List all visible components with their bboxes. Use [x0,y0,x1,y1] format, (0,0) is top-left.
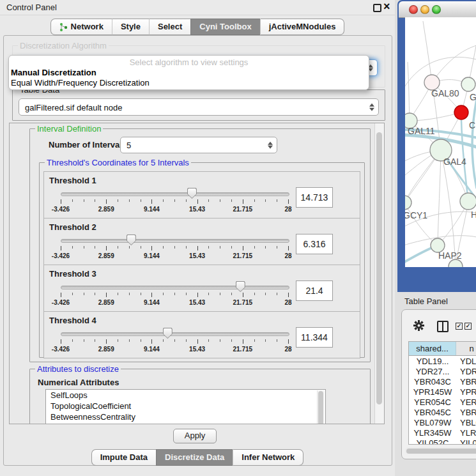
table-row[interactable]: YBL079WYBL0 [409,417,476,427]
slider-tick [186,339,187,342]
close-traffic-light-icon[interactable] [409,5,418,14]
cell-name[interactable]: YBR0 [456,376,476,387]
column-layout-icon[interactable] [437,321,449,332]
cell-name[interactable]: YPR1 [456,387,476,397]
slider-tick-label: 9.144 [144,252,160,259]
network-node-ga[interactable] [461,77,475,91]
slider-handle[interactable] [127,234,136,245]
threshold-row: Threshold 1-3.4262.8599.14415.4321.71528… [43,171,360,219]
slider-handle[interactable] [236,281,245,292]
threshold-value-field[interactable]: 11.344 [296,327,333,348]
scrollbar-thumb[interactable] [376,132,382,404]
algorithm-option-manual-discretization[interactable]: Manual Discretization [11,68,96,77]
slider-tick-label: 28 [284,252,291,259]
cell-shared-name[interactable]: YIL052C [409,438,456,445]
slider-track[interactable] [61,332,289,336]
threshold-label: Threshold 3 [49,269,96,279]
slider-handle[interactable] [187,188,197,199]
threshold-value-field[interactable]: 6.316 [296,234,333,254]
network-canvas[interactable]: GAL80GACGAL11GAL4GCY1HHAP2 [405,17,476,267]
tab-discretize-data[interactable]: Discretize Data [156,449,233,466]
cell-name[interactable]: YBL0 [456,417,476,427]
threshold-row: Threshold 3-3.4262.8599.14415.4321.71528… [43,265,360,312]
cell-name[interactable]: YDR2 [456,366,476,376]
cell-name[interactable]: YER0 [456,397,476,407]
threshold-value-field[interactable]: 14.713 [296,187,333,208]
float-window-icon[interactable] [373,4,381,12]
bottom-tab-bar: Impute DataDiscretize DataInfer Network [0,449,395,464]
tab-style[interactable]: Style [112,19,149,35]
network-node-c[interactable] [454,105,468,119]
column-header-n[interactable]: n [456,342,476,355]
attribute-item-selfloops[interactable]: SelfLoops [46,390,325,401]
cell-shared-name[interactable]: YBR045C [409,407,456,417]
minimize-traffic-light-icon[interactable] [420,5,429,14]
attributes-list-scrollbar[interactable] [317,390,325,424]
table-row[interactable]: YLR345WYLR3 [409,427,476,438]
slider-tick [151,293,152,297]
scrollbar-thumb[interactable] [318,391,323,424]
slider-tick [151,246,152,250]
threshold-value-field[interactable]: 21.4 [296,280,333,301]
cell-shared-name[interactable]: YLR345W [409,427,456,438]
column-header-shared[interactable]: shared... [409,342,456,355]
slider-tick [163,293,164,295]
table-data-group: Table Data galFiltered.sif default node [12,89,385,121]
slider-tick-label: 15.43 [189,299,205,306]
cell-name[interactable]: YIL0 [456,438,476,445]
cell-shared-name[interactable]: YDR27... [409,366,456,376]
slider-tick [174,246,175,249]
number-of-intervals-combobox[interactable]: 5 [120,137,277,153]
table-row[interactable]: YBR045CYBR0 [409,407,476,417]
cell-shared-name[interactable]: YBL079W [409,417,456,427]
gear-icon[interactable] [413,320,424,331]
table-row[interactable]: YDL19...YDL1 [409,356,476,366]
slider-tick-label: 28 [284,346,291,353]
table-row[interactable]: YER054CYER0 [409,397,476,407]
table-row[interactable]: YPR145WYPR1 [409,387,476,397]
cell-name[interactable]: YLR3 [456,427,476,438]
horizontal-scrollbar[interactable] [405,447,476,454]
attribute-item-betweennesscentrality[interactable]: BetweennessCentrality [46,411,325,422]
cell-shared-name[interactable]: YER054C [409,397,456,407]
slider-tick [220,339,220,342]
slider-handle[interactable] [163,328,173,339]
tab-cyni-toolbox[interactable]: Cyni Toolbox [190,19,259,35]
cell-name[interactable]: YBR0 [456,407,476,417]
cell-name[interactable]: YDL1 [456,356,476,366]
interval-definition-group-title: Interval Definition [35,124,103,134]
table-data-combobox[interactable]: galFiltered.sif default node [19,98,379,116]
slider-tick-label: 2.859 [98,252,114,259]
checkbox-icon[interactable] [456,323,463,330]
attribute-item-topologicalcoefficient[interactable]: TopologicalCoefficient [46,401,325,411]
tab-jactivemnodules[interactable]: jActiveMNodules [260,19,345,35]
cell-shared-name[interactable]: YDL19... [409,356,456,366]
slider-tick [118,199,118,202]
close-icon[interactable]: × [383,0,390,13]
cell-shared-name[interactable]: YBR043C [409,376,456,387]
table-row[interactable]: YDR27...YDR2 [409,366,476,376]
tab-label: Impute Data [100,450,148,465]
table-row[interactable]: YIL052CYIL0 [409,438,476,445]
algorithm-option-equal-width-frequency-discretization[interactable]: Equal Width/Frequency Discretization [11,78,150,88]
slider-track[interactable] [61,192,289,196]
slider-tick [84,199,84,202]
table-row[interactable]: YBR043CYBR0 [409,376,476,387]
slider-tick [141,246,141,249]
checkbox-icon[interactable] [464,323,472,330]
slider-track[interactable] [61,239,289,243]
zoom-traffic-light-icon[interactable] [432,5,441,14]
network-node-gcy1[interactable] [405,196,411,210]
tab-impute-data[interactable]: Impute Data [91,449,156,466]
slider-tick [129,199,130,202]
slider-track[interactable] [61,286,289,289]
cell-shared-name[interactable]: YPR145W [409,387,456,397]
scrollbar-thumb[interactable] [406,449,476,454]
apply-button[interactable]: Apply [173,429,217,443]
tab-network[interactable]: Network [50,19,112,35]
tab-select[interactable]: Select [149,19,190,35]
tab-infer-network[interactable]: Infer Network [233,449,303,466]
vertical-scrollbar[interactable] [374,123,384,424]
interval-definition-group: Interval Definition Number of Intervals … [29,128,371,362]
network-node-h[interactable] [460,193,476,210]
